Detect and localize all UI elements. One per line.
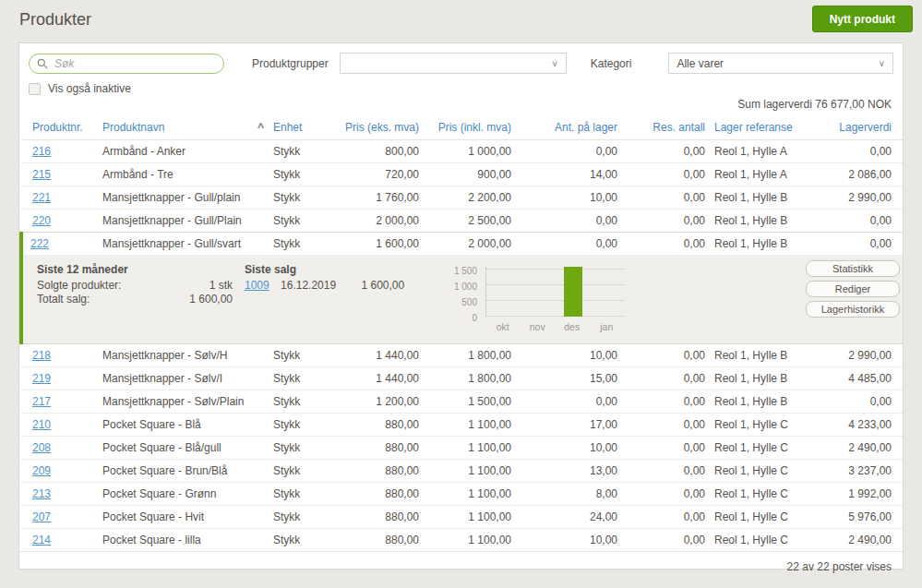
stock-history-button[interactable]: Lagerhistorikk bbox=[806, 301, 900, 318]
product-table-row[interactable]: 215 Armbånd - Tre Stykk 720,00 900,00 14… bbox=[21, 163, 903, 186]
category-select[interactable]: Alle varer ∨ bbox=[668, 53, 893, 74]
stock-location-cell: Reol 1, Hylle C bbox=[710, 483, 819, 506]
statistics-button[interactable]: Statistikk bbox=[806, 260, 900, 277]
product-number-link[interactable]: 219 bbox=[32, 372, 51, 385]
price-inc-vat-cell: 1 100,00 bbox=[424, 414, 516, 437]
product-table-row[interactable]: 214 Pocket Square - lilla Stykk 880,00 1… bbox=[21, 529, 903, 552]
stock-value-cell: 2 490,00 bbox=[819, 529, 903, 552]
unit-cell: Stykk bbox=[269, 460, 333, 483]
stock-value-cell: 2 990,00 bbox=[819, 186, 903, 210]
invoice-link[interactable]: 1009 bbox=[245, 279, 269, 292]
unit-cell: Stykk bbox=[269, 506, 333, 529]
product-groups-label: Produktgrupper bbox=[252, 57, 329, 70]
unit-cell: Stykk bbox=[269, 529, 333, 552]
product-name-cell: Mansjettknapper - Sølv/I bbox=[98, 367, 269, 390]
total-sales-value: 1 600,00 bbox=[189, 293, 233, 306]
product-table-row[interactable]: 219 Mansjettknapper - Sølv/I Stykk 1 440… bbox=[21, 367, 903, 390]
product-number-link[interactable]: 213 bbox=[32, 487, 51, 500]
unit-cell: Stykk bbox=[269, 390, 333, 414]
unit-cell: Stykk bbox=[269, 210, 333, 233]
unit-cell: Stykk bbox=[269, 367, 333, 390]
stock-value-cell: 3 237,00 bbox=[819, 460, 903, 483]
price-inc-vat-cell: 1 100,00 bbox=[424, 437, 516, 460]
product-name-cell: Mansjettknapper - Gull/Plain bbox=[98, 210, 269, 233]
product-number-link[interactable]: 210 bbox=[32, 418, 51, 431]
stock-value-cell: 4 233,00 bbox=[819, 414, 903, 437]
show-inactive-toggle[interactable]: Vis også inaktive bbox=[29, 82, 893, 95]
edit-button[interactable]: Rediger bbox=[806, 281, 900, 297]
products-panel: Produktgrupper ∨ Kategori Alle varer ∨ V… bbox=[18, 42, 904, 570]
last-sale-amount: 1 600,00 bbox=[361, 279, 404, 292]
product-number-link[interactable]: 208 bbox=[32, 441, 51, 454]
unit-cell: Stykk bbox=[269, 140, 333, 163]
product-table-body: 216 Armbånd - Anker Stykk 800,00 1 000,0… bbox=[21, 140, 903, 552]
product-number-link[interactable]: 222 bbox=[30, 237, 49, 250]
col-produktnr[interactable]: Produktnr. bbox=[21, 115, 98, 140]
product-table-row[interactable]: 208 Pocket Square - Blå/gull Stykk 880,0… bbox=[21, 437, 903, 460]
product-number-link[interactable]: 216 bbox=[32, 145, 51, 158]
last-sale-date: 16.12.2019 bbox=[281, 279, 336, 292]
col-enhet[interactable]: Enhet bbox=[269, 115, 333, 140]
price-ex-vat-cell: 880,00 bbox=[333, 437, 424, 460]
price-ex-vat-cell: 880,00 bbox=[333, 460, 424, 483]
chart-gridline: 1 500 bbox=[486, 269, 625, 270]
product-number-link[interactable]: 215 bbox=[32, 168, 51, 181]
product-number-link[interactable]: 207 bbox=[32, 510, 51, 523]
chart-x-label: nov bbox=[521, 320, 556, 333]
product-table-row[interactable]: 217 Mansjettknapper - Sølv/Plain Stykk 1… bbox=[21, 390, 903, 414]
product-table-row[interactable]: 221 Mansjettknapper - Gull/plain Stykk 1… bbox=[21, 186, 903, 210]
col-produktnavn[interactable]: Produktnavn ^ bbox=[98, 115, 269, 140]
chart-y-tick-label: 1 000 bbox=[454, 281, 477, 294]
unit-cell: Stykk bbox=[269, 414, 333, 437]
stock-value-cell: 0,00 bbox=[819, 210, 903, 233]
product-number-link[interactable]: 217 bbox=[32, 395, 51, 408]
product-number-link[interactable]: 214 bbox=[32, 534, 51, 546]
col-res-antall[interactable]: Res. antall bbox=[622, 115, 710, 140]
col-produktnavn-label: Produktnavn bbox=[102, 121, 164, 134]
results-count: 22 av 22 poster vises bbox=[19, 551, 903, 582]
col-pris-inkl-mva[interactable]: Pris (inkl. mva) bbox=[424, 115, 516, 140]
reserved-qty-cell: 0,00 bbox=[622, 210, 710, 233]
product-table-row[interactable]: 218 Mansjettknapper - Sølv/H Stykk 1 440… bbox=[21, 344, 903, 367]
total-sales-label: Totalt salg: bbox=[37, 293, 90, 306]
product-table-row[interactable]: 222 Mansjettknapper - Gull/svart Stykk 1… bbox=[21, 233, 903, 256]
product-number-link[interactable]: 209 bbox=[32, 464, 51, 477]
sold-products-label: Solgte produkter: bbox=[37, 279, 121, 293]
reserved-qty-cell: 0,00 bbox=[622, 460, 710, 483]
chart-gridline: 500 bbox=[486, 300, 625, 301]
unit-cell: Stykk bbox=[269, 344, 333, 367]
col-pris-eks-mva[interactable]: Pris (eks. mva) bbox=[333, 115, 424, 140]
stock-location-cell: Reol 1, Hylle B bbox=[710, 367, 819, 390]
reserved-qty-cell: 0,00 bbox=[622, 390, 710, 414]
stock-value-cell: 2 490,00 bbox=[819, 437, 903, 460]
stock-value-cell: 4 485,00 bbox=[819, 367, 903, 390]
search-field bbox=[29, 54, 224, 74]
search-input[interactable] bbox=[29, 54, 224, 74]
col-lager-referanse[interactable]: Lager referanse bbox=[710, 115, 819, 140]
chart-y-tick-label: 0 bbox=[472, 312, 477, 325]
product-number-link[interactable]: 220 bbox=[32, 214, 51, 227]
show-inactive-checkbox[interactable] bbox=[29, 83, 41, 95]
stock-qty-cell: 10,00 bbox=[516, 529, 622, 552]
price-ex-vat-cell: 2 000,00 bbox=[333, 210, 424, 233]
reserved-qty-cell: 0,00 bbox=[622, 367, 710, 390]
col-ant-pa-lager[interactable]: Ant. på lager bbox=[516, 115, 622, 140]
product-number-link[interactable]: 221 bbox=[32, 191, 51, 204]
new-product-button[interactable]: Nytt produkt bbox=[812, 6, 913, 32]
product-table-row[interactable]: 216 Armbånd - Anker Stykk 800,00 1 000,0… bbox=[21, 140, 903, 163]
reserved-qty-cell: 0,00 bbox=[622, 414, 710, 437]
col-lagerverdi[interactable]: Lagerverdi bbox=[819, 115, 903, 140]
product-table-row[interactable]: 213 Pocket Square - Grønn Stykk 880,00 1… bbox=[21, 483, 903, 506]
stock-qty-cell: 10,00 bbox=[516, 344, 622, 367]
sort-ascending-icon[interactable]: ^ bbox=[257, 121, 264, 134]
price-ex-vat-cell: 1 760,00 bbox=[333, 186, 424, 210]
product-table-row[interactable]: 207 Pocket Square - Hvit Stykk 880,00 1 … bbox=[21, 506, 903, 529]
stock-location-cell: Reol 1, Hylle B bbox=[710, 233, 819, 256]
product-table-row[interactable]: 210 Pocket Square - Blå Stykk 880,00 1 1… bbox=[21, 414, 903, 437]
product-table-row[interactable]: 220 Mansjettknapper - Gull/Plain Stykk 2… bbox=[21, 210, 903, 233]
price-inc-vat-cell: 2 200,00 bbox=[424, 186, 516, 210]
product-number-link[interactable]: 218 bbox=[32, 349, 51, 362]
product-table-row[interactable]: 209 Pocket Square - Brun/Blå Stykk 880,0… bbox=[21, 460, 903, 483]
product-name-cell: Pocket Square - Grønn bbox=[98, 483, 269, 506]
product-groups-select[interactable]: ∨ bbox=[340, 53, 567, 74]
